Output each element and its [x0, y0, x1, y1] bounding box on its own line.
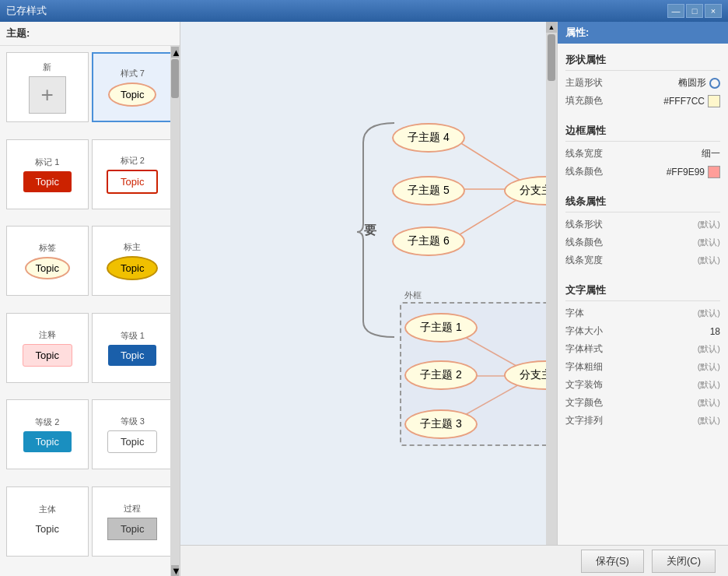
- style-tag2-preview: Topic: [107, 170, 158, 194]
- close-button[interactable]: 关闭(C): [652, 550, 716, 573]
- style-tag1[interactable]: 标记 1 Topic: [6, 139, 89, 209]
- stroke-width-row: 线条宽度 (默认): [565, 251, 720, 269]
- text-color-label: 文字颜色: [565, 396, 603, 409]
- sub5-label: 子主题 5: [392, 176, 465, 205]
- text-align-row: 文字排列 (默认): [565, 412, 720, 430]
- text-align-value: (默认): [698, 415, 720, 427]
- text-decoration-row: 文字装饰 (默认): [565, 376, 720, 394]
- style-level2[interactable]: 等级 2 Topic: [6, 399, 89, 469]
- stroke-width-value: (默认): [698, 255, 720, 266]
- fill-color-hex: #FFF7CC: [663, 96, 705, 107]
- style-tag2[interactable]: 标记 2 Topic: [92, 139, 174, 209]
- fill-color-label: 填充颜色: [565, 94, 603, 107]
- minimize-button[interactable]: —: [667, 4, 684, 18]
- topic-shape-value: 椭圆形: [678, 76, 720, 90]
- text-decoration-label: 文字装饰: [565, 378, 603, 392]
- style-tag1-preview: Topic: [23, 171, 72, 192]
- style-master-label: 标主: [124, 241, 141, 253]
- font-style-row: 字体样式 (默认): [565, 340, 720, 358]
- style-level1-label: 等级 1: [121, 330, 145, 342]
- stroke-shape-value: (默认): [698, 219, 720, 230]
- style-label-label: 标签: [39, 242, 56, 254]
- style-body-label: 主体: [39, 504, 56, 515]
- right-panel: 属性: 形状属性 主题形状 椭圆形 填充颜色 #FFF7CC 边框属性: [557, 22, 728, 576]
- style-tag2-label: 标记 2: [121, 155, 145, 167]
- v-scroll-up[interactable]: ▲: [546, 22, 557, 33]
- line-color-swatch[interactable]: [708, 166, 720, 178]
- style-level3-label: 等级 3: [121, 416, 145, 427]
- style-level3[interactable]: 等级 3 Topic: [92, 399, 174, 469]
- line-width-row: 线条宽度 细一: [565, 145, 720, 163]
- left-panel: 主题: 新 + 样式 7 Topic 标记 1 Topic 标记 2 Topic: [0, 22, 180, 576]
- stroke-color-value: (默认): [698, 237, 720, 248]
- font-label: 字体: [565, 307, 584, 320]
- sub4-label: 子主题 4: [392, 123, 465, 153]
- sub4-node[interactable]: 子主题 4: [392, 123, 465, 153]
- text-props-title: 文字属性: [565, 279, 720, 301]
- stroke-width-label: 线条宽度: [565, 254, 603, 267]
- left-scroll-up[interactable]: ▲: [171, 47, 179, 58]
- stroke-color-label: 线条颜色: [565, 236, 603, 249]
- style-label[interactable]: 标签 Topic: [6, 226, 89, 296]
- style-7[interactable]: 样式 7 Topic: [92, 52, 174, 122]
- line-color-value: #FF9E99: [667, 166, 720, 178]
- border-props-section: 边框属性 线条宽度 细一 线条颜色 #FF9E99: [558, 114, 728, 185]
- topic-shape-label: 主题形状: [565, 76, 603, 90]
- save-button[interactable]: 保存(S): [581, 550, 644, 573]
- style-level1[interactable]: 等级 1 Topic: [92, 313, 174, 383]
- font-weight-label: 字体粗细: [565, 360, 603, 374]
- style-process-preview: Topic: [107, 518, 157, 540]
- ellipse-shape-text: 椭圆形: [678, 76, 706, 90]
- sub1-node[interactable]: 子主题 1: [404, 313, 478, 342]
- style-process[interactable]: 过程 Topic: [92, 486, 174, 557]
- shape-props-section: 形状属性 主题形状 椭圆形 填充颜色 #FFF7CC: [558, 44, 728, 114]
- connections-svg: [180, 22, 557, 576]
- sub2-node[interactable]: 子主题 2: [404, 360, 478, 390]
- line-color-row: 线条颜色 #FF9E99: [565, 163, 720, 181]
- left-scroll-down[interactable]: ▼: [171, 565, 179, 576]
- frame-label: 外框: [404, 290, 422, 301]
- stroke-props-section: 线条属性 线条形状 (默认) 线条颜色 (默认) 线条宽度 (默认): [558, 185, 728, 274]
- style-new[interactable]: 新 +: [6, 52, 89, 122]
- canvas-area[interactable]: 要 外框 自由主题 中心主题 分支主题 2 分支主题 1 子主题 4 子主题 5: [180, 22, 557, 576]
- sub5-node[interactable]: 子主题 5: [392, 176, 465, 205]
- line-color-hex: #FF9E99: [667, 167, 705, 177]
- style-7-preview: Topic: [108, 83, 156, 107]
- line-width-value: 细一: [702, 147, 720, 160]
- style-level2-preview: Topic: [23, 431, 72, 452]
- style-note[interactable]: 注释 Topic: [6, 313, 89, 383]
- sub6-node[interactable]: 子主题 6: [392, 227, 465, 256]
- text-decoration-value: (默认): [698, 379, 720, 391]
- fill-color-swatch[interactable]: [708, 95, 720, 107]
- close-window-button[interactable]: ×: [705, 4, 722, 18]
- v-scroll-thumb[interactable]: [548, 34, 555, 81]
- new-style-plus[interactable]: +: [29, 76, 66, 114]
- font-style-value: (默认): [698, 343, 720, 355]
- maximize-button[interactable]: □: [686, 4, 703, 18]
- style-level1-preview: Topic: [108, 345, 156, 366]
- fill-color-value: #FFF7CC: [663, 95, 720, 107]
- title-bar: 已存样式 — □ ×: [0, 0, 728, 22]
- stroke-color-row: 线条颜色 (默认): [565, 234, 720, 251]
- fill-color-row: 填充颜色 #FFF7CC: [565, 92, 720, 110]
- sub3-label: 子主题 3: [404, 409, 478, 439]
- style-body[interactable]: 主体 Topic: [6, 486, 89, 557]
- text-color-row: 文字颜色 (默认): [565, 394, 720, 412]
- font-style-label: 字体样式: [565, 342, 603, 356]
- left-panel-header: 主题:: [0, 22, 180, 46]
- main-label: 要: [364, 223, 376, 239]
- style-master[interactable]: 标主 Topic: [92, 226, 174, 296]
- line-width-label: 线条宽度: [565, 147, 603, 160]
- style-note-label: 注释: [39, 329, 56, 341]
- font-row: 字体 (默认): [565, 304, 720, 322]
- font-value: (默认): [698, 307, 720, 319]
- style-new-label: 新: [43, 61, 51, 73]
- left-scroll-thumb[interactable]: [171, 59, 179, 98]
- left-panel-scrollbar[interactable]: ▲ ▼: [170, 45, 180, 576]
- font-size-value: 18: [710, 326, 720, 337]
- v-scrollbar[interactable]: ▲ ▼: [546, 22, 557, 565]
- stroke-props-title: 线条属性: [565, 190, 720, 212]
- shape-radio[interactable]: [709, 78, 720, 89]
- sub3-node[interactable]: 子主题 3: [404, 409, 478, 439]
- style-body-preview: Topic: [23, 518, 72, 539]
